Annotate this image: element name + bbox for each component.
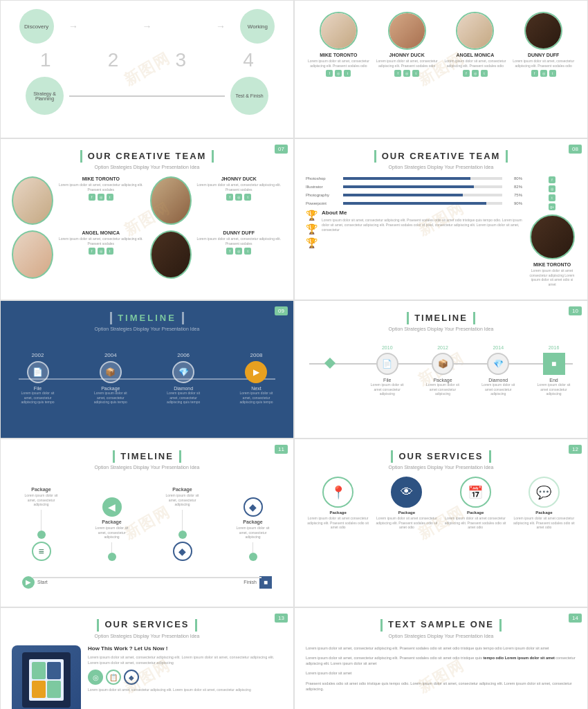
team7-jhonny: JHONNY DUCK Lorem ipsum dolor sit amet, … bbox=[150, 176, 283, 225]
tl9-label-1: File bbox=[34, 386, 42, 391]
svc12-icon-4: 💬 bbox=[529, 477, 560, 508]
slide-2: 新图网 MIKE TORONTO Lorem ipsum dolor sit a… bbox=[294, 0, 588, 138]
tl10-desc-3: Lorem ipsum dolor sit amet consectetur a… bbox=[479, 383, 517, 396]
slide-12: 新图网 12 OUR SERVICES Option Strategies Di… bbox=[294, 439, 588, 607]
num-3: 3 bbox=[176, 49, 187, 71]
slide-12-number: 12 bbox=[569, 445, 582, 454]
mike-name: MIKE TORONTO bbox=[320, 53, 357, 57]
tl10-year-2: 2012 bbox=[437, 345, 448, 350]
how-text: Lorem ipsum dolor sit amet, consectetur … bbox=[88, 654, 282, 666]
tl11-item4: ◆ Package Lorem ipsum dolor sit amet, co… bbox=[234, 497, 272, 575]
slide-12-title: OUR SERVICES bbox=[398, 451, 483, 461]
svc12-label-1: Package bbox=[329, 510, 346, 515]
slide-10-number: 10 bbox=[569, 306, 582, 315]
slide-14-titlebar: TEXT SAMPLE ONE bbox=[306, 619, 576, 632]
team7-angel-social: f ◎ t bbox=[57, 248, 145, 255]
tl9-package: 2004 📦 Package Lorem ipsum dolor sit ame… bbox=[91, 352, 129, 405]
svc12-icon-2: 👁 bbox=[391, 477, 422, 508]
timeline-10-items: 2010 📄 File Lorem ipsum dolor sit amet c… bbox=[309, 345, 573, 396]
jhonny-social: f ◎ t bbox=[394, 70, 419, 77]
tl11-items: Package Lorem ipsum dolor sit amet, cons… bbox=[15, 484, 279, 575]
fb4-icon: f bbox=[531, 70, 538, 77]
team7-angel-avatar bbox=[12, 230, 53, 279]
team7-jhonny-text: Lorem ipsum dolor sit amet, consectetur … bbox=[196, 183, 283, 192]
about-text: Lorem ipsum dolor sit amet, consectetur … bbox=[322, 218, 522, 232]
tl11-text3: Lorem ipsum dolor sit amet, consectetur … bbox=[163, 493, 201, 507]
tl10-label-3: Diamond bbox=[488, 378, 508, 383]
team7-angel-name: ANGEL MONICA bbox=[57, 230, 145, 235]
team7-jhonny-social: f ◎ t bbox=[196, 194, 283, 201]
team7-dunny-avatar bbox=[150, 230, 192, 279]
num-2: 2 bbox=[108, 49, 119, 71]
team7-mike-avatar bbox=[12, 176, 53, 225]
team7-angel: ANGEL MONICA Lorem ipsum dolor sit amet,… bbox=[12, 230, 145, 279]
ig-icon: ◎ bbox=[335, 70, 342, 77]
tbar-l13 bbox=[97, 619, 99, 632]
tl10-start bbox=[309, 345, 351, 371]
tl11-label3: Package bbox=[172, 487, 192, 492]
tbar-l14 bbox=[380, 619, 383, 632]
tl10-label-1: File bbox=[383, 378, 391, 383]
team-top-row: MIKE TORONTO Lorem ipsum dolor sit amet,… bbox=[306, 12, 576, 77]
jhonny-name: JHONNY DUCK bbox=[389, 53, 425, 57]
how-title: How This Work ? Let Us Now ! bbox=[88, 645, 282, 652]
svc12-1: 📍 Package Lorem ipsum dolor sit amet con… bbox=[306, 477, 370, 530]
tl9-label-4: Next bbox=[251, 386, 261, 391]
slide-9-title: TIMELINE bbox=[118, 313, 176, 323]
skill-photography-label: Photography bbox=[306, 193, 340, 197]
step-test-circle: Test & Finish bbox=[230, 77, 268, 115]
tl11-conn4 bbox=[252, 542, 253, 553]
tl11-item3: Package Lorem ipsum dolor sit amet, cons… bbox=[163, 487, 201, 575]
svc12-icon-3: 📅 bbox=[460, 477, 491, 508]
process-bottom-row: Strategy & Planning Test & Finish bbox=[12, 77, 282, 115]
svc12-label-4: Package bbox=[535, 510, 552, 515]
slide-10-subtitle: Option Strategies Display Your Presentat… bbox=[306, 326, 576, 331]
tablet-image bbox=[12, 645, 81, 710]
tbar-r11 bbox=[179, 450, 181, 463]
slide-10-titlebar: TIMELINE bbox=[306, 312, 576, 324]
services-13-body: How This Work ? Let Us Now ! Lorem ipsum… bbox=[12, 645, 282, 710]
member-mike: MIKE TORONTO Lorem ipsum dolor sit amet,… bbox=[307, 12, 369, 77]
title-bar-left-9 bbox=[110, 312, 112, 324]
s4: f bbox=[226, 194, 233, 201]
slide-13-titlebar: OUR SERVICES bbox=[12, 619, 282, 632]
tl11-label4: Package bbox=[243, 519, 262, 524]
tl11-start-label: Start bbox=[37, 580, 48, 584]
slide-11-subtitle: Option Strategies Display Your Presentat… bbox=[12, 465, 282, 470]
tl10-file: 2010 📄 File Lorem ipsum dolor sit amet c… bbox=[368, 345, 406, 396]
slide-9-titlebar: TIMELINE bbox=[12, 312, 282, 324]
tl10-node-4: ■ bbox=[543, 353, 565, 375]
slide-1: 新图网 Discovery → → → Working 1 2 3 4 Stra… bbox=[0, 0, 294, 138]
slide-9-subtitle: Option Strategies Display Your Presentat… bbox=[12, 326, 282, 331]
slide-7: 新图网 07 OUR CREATIVE TEAM Option Strategi… bbox=[0, 138, 294, 300]
team7-mike-social: f ◎ t bbox=[57, 194, 145, 201]
arrow-1: → bbox=[68, 21, 78, 32]
step-4-circle: Working bbox=[240, 9, 275, 44]
trophy-3: 🏆 bbox=[306, 237, 318, 248]
tw4-icon: t bbox=[549, 70, 556, 77]
svc12-3: 📅 Package Lorem ipsum dolor sit amet con… bbox=[443, 477, 508, 530]
tl10-label-2: Package bbox=[433, 378, 452, 383]
slide-7-title: OUR CREATIVE TEAM bbox=[88, 151, 207, 161]
social-vertical: f ◎ t g+ bbox=[549, 176, 555, 210]
tl11-icon3: ◆ bbox=[173, 542, 192, 561]
tl11-text2: Lorem ipsum dolor sit amet, consectetur … bbox=[93, 526, 131, 540]
skills-avatar bbox=[530, 214, 575, 259]
svc12-icon-1: 📍 bbox=[322, 477, 353, 508]
jhonny-text: Lorem ipsum dolor sit amet, consectetur … bbox=[376, 59, 438, 68]
slide-11-title: TIMELINE bbox=[120, 451, 174, 461]
team7-dunny: DUNNY DUFF Lorem ipsum dolor sit amet, c… bbox=[150, 230, 283, 279]
svc12-text-4: Lorem ipsum dolor sit amet consectetur a… bbox=[512, 516, 576, 530]
slide-9-number: 09 bbox=[275, 306, 288, 315]
tc3 bbox=[32, 681, 46, 698]
team7-dunny-social: f ◎ t bbox=[196, 248, 283, 255]
tl9-next: 2008 ▶ Next Lorem ipsum dolor sit amet, … bbox=[237, 352, 275, 405]
tl9-desc-1: Lorem ipsum dolor sit amet, consectetur … bbox=[19, 391, 57, 405]
tl9-year-1: 2002 bbox=[32, 352, 44, 358]
skill-illustrator: Illustrator 82% bbox=[306, 185, 522, 189]
title-bar-right-8 bbox=[506, 150, 508, 163]
tl10-node-1: 📄 bbox=[376, 353, 398, 375]
sv-ig: ◎ bbox=[549, 185, 555, 192]
angel-social: f ◎ t bbox=[463, 70, 488, 77]
slide-14-title: TEXT SAMPLE ONE bbox=[388, 619, 494, 629]
